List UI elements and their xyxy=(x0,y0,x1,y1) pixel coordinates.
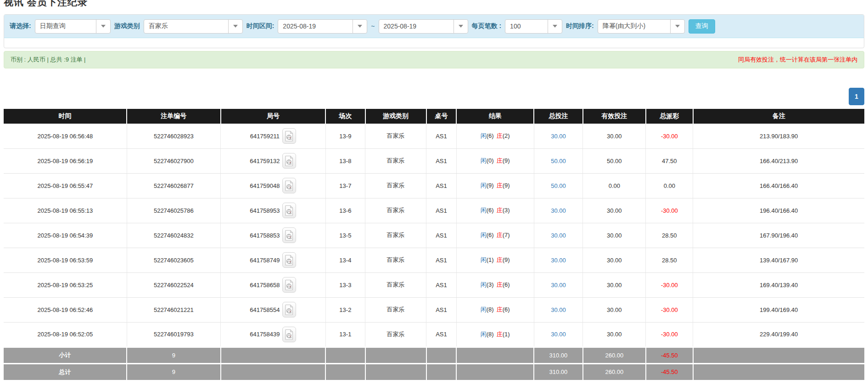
query-type-select[interactable]: 日期查询 xyxy=(35,19,111,34)
round-no-value: 641758439 xyxy=(250,331,280,338)
date-from-select[interactable]: 2025-08-19 xyxy=(278,19,367,34)
video-replay-button[interactable] xyxy=(282,203,296,218)
cell-time: 2025-08-19 06:53:59 xyxy=(4,248,127,272)
video-replay-button[interactable] xyxy=(282,227,296,243)
header-session: 场次 xyxy=(325,109,365,124)
video-replay-button[interactable] xyxy=(282,178,296,193)
total-bet-link[interactable]: 30.00 xyxy=(551,331,566,338)
cell-valid-bet: 30.00 xyxy=(583,223,646,248)
time-range-label: 时间区间: xyxy=(246,22,274,30)
header-table-no: 桌号 xyxy=(426,109,457,124)
cell-time: 2025-08-19 06:53:25 xyxy=(4,272,127,297)
cell-remark: 166.40/213.90 xyxy=(693,148,864,173)
film-icon xyxy=(285,329,294,340)
cell-remark: 213.90/183.90 xyxy=(693,124,864,148)
cell-remark: 196.40/166.40 xyxy=(693,198,864,223)
result-player-point: (8) xyxy=(487,306,494,313)
total-bet-link[interactable]: 50.00 xyxy=(551,182,566,189)
table-row: 2025-08-19 06:52:46 522746021221 6417585… xyxy=(4,297,864,322)
result-player-label: 闲 xyxy=(481,232,487,238)
result-player-label: 闲 xyxy=(481,182,487,189)
cell-session: 13-7 xyxy=(325,173,365,198)
cell-time: 2025-08-19 06:55:47 xyxy=(4,173,127,198)
header-game-type: 游戏类别 xyxy=(365,109,426,124)
cell-round-no: 641758853 xyxy=(221,223,326,248)
video-replay-button[interactable] xyxy=(282,128,296,144)
total-bet-link[interactable]: 30.00 xyxy=(551,232,566,239)
cell-session: 13-3 xyxy=(325,272,365,297)
result-player-point: (6) xyxy=(487,232,494,238)
cell-session: 13-6 xyxy=(325,198,365,223)
video-replay-button[interactable] xyxy=(282,327,296,342)
header-bet-no: 注单编号 xyxy=(127,109,220,124)
cell-result: 闲(1)庄(9) xyxy=(456,248,534,272)
header-result: 结果 xyxy=(456,109,534,124)
table-row: 2025-08-19 06:56:48 522746028923 6417592… xyxy=(4,124,864,148)
page-1-button[interactable]: 1 xyxy=(849,88,864,105)
total-bet-link[interactable]: 30.00 xyxy=(551,257,566,264)
cell-total-bet: 50.00 xyxy=(534,173,583,198)
result-banker-point: (2) xyxy=(503,132,510,139)
game-type-label: 游戏类别 xyxy=(114,22,140,30)
total-bet-link[interactable]: 30.00 xyxy=(551,133,566,140)
search-button[interactable]: 查询 xyxy=(689,19,715,34)
cell-valid-bet: 0.00 xyxy=(583,173,646,198)
cell-time: 2025-08-19 06:56:48 xyxy=(4,124,127,148)
cell-total-bet: 30.00 xyxy=(534,272,583,297)
film-icon xyxy=(285,155,294,166)
table-row: 2025-08-19 06:54:39 522746024832 6417588… xyxy=(4,223,864,248)
result-banker-label: 庄 xyxy=(497,331,503,338)
result-banker-label: 庄 xyxy=(497,182,503,189)
video-replay-button[interactable] xyxy=(282,252,296,268)
chevron-down-icon xyxy=(353,20,367,33)
pagination: 1 xyxy=(4,88,864,105)
round-no-value: 641759211 xyxy=(250,133,280,140)
cell-game-type: 百家乐 xyxy=(365,198,426,223)
result-banker-label: 庄 xyxy=(497,281,503,288)
cell-remark: 169.40/139.40 xyxy=(693,272,864,297)
result-banker-point: (6) xyxy=(503,281,510,288)
cell-session: 13-2 xyxy=(325,297,365,322)
chevron-down-icon xyxy=(228,20,242,33)
select-type-label: 请选择: xyxy=(10,22,31,30)
video-replay-button[interactable] xyxy=(282,277,296,293)
round-no-value: 641758658 xyxy=(250,282,280,289)
per-page-label: 每页笔数 : xyxy=(472,22,502,30)
total-bet-link[interactable]: 30.00 xyxy=(551,207,566,214)
query-type-value: 日期查询 xyxy=(35,20,96,33)
cell-bet-no: 522746022524 xyxy=(127,272,220,297)
cell-time: 2025-08-19 06:52:05 xyxy=(4,322,127,347)
cell-table-no: AS1 xyxy=(426,297,457,322)
cell-result: 闲(8)庄(6) xyxy=(456,297,534,322)
cell-result: 闲(6)庄(7) xyxy=(456,223,534,248)
cell-result: 闲(6)庄(3) xyxy=(456,198,534,223)
video-replay-button[interactable] xyxy=(282,302,296,317)
video-replay-button[interactable] xyxy=(282,153,296,169)
date-to-value: 2025-08-19 xyxy=(379,20,454,33)
cell-session: 13-4 xyxy=(325,248,365,272)
result-banker-point: (3) xyxy=(503,207,510,214)
per-page-select[interactable]: 100 xyxy=(505,19,562,34)
cell-table-no: AS1 xyxy=(426,198,457,223)
result-player-point: (3) xyxy=(487,281,494,288)
date-to-select[interactable]: 2025-08-19 xyxy=(379,19,468,34)
chevron-down-icon xyxy=(670,20,684,33)
cell-bet-no: 522746027900 xyxy=(127,148,220,173)
time-sort-select[interactable]: 降幂(由大到小) xyxy=(598,19,685,34)
range-separator: ~ xyxy=(371,23,375,30)
table-header: 时间 注单编号 局号 场次 游戏类别 桌号 结果 总投注 有效投注 总派彩 备注 xyxy=(4,109,864,124)
page-title: 视讯 会员下注纪录 xyxy=(4,0,864,6)
cell-bet-no: 522746028923 xyxy=(127,124,220,148)
date-from-value: 2025-08-19 xyxy=(278,20,353,33)
game-type-select[interactable]: 百家乐 xyxy=(144,19,243,34)
currency-summary: 币别 : 人民币 | 总共 :9 注单 | xyxy=(11,56,86,64)
total-bet-link[interactable]: 50.00 xyxy=(551,158,566,164)
cell-game-type: 百家乐 xyxy=(365,148,426,173)
round-no-value: 641758853 xyxy=(250,232,280,239)
summary-total-bet: 310.00 xyxy=(534,347,583,363)
summary-valid-bet: 260.00 xyxy=(583,347,646,363)
total-bet-link[interactable]: 30.00 xyxy=(551,282,566,289)
cell-result: 闲(8)庄(1) xyxy=(456,322,534,347)
cell-bet-no: 522746026877 xyxy=(127,173,220,198)
total-bet-link[interactable]: 30.00 xyxy=(551,306,566,313)
